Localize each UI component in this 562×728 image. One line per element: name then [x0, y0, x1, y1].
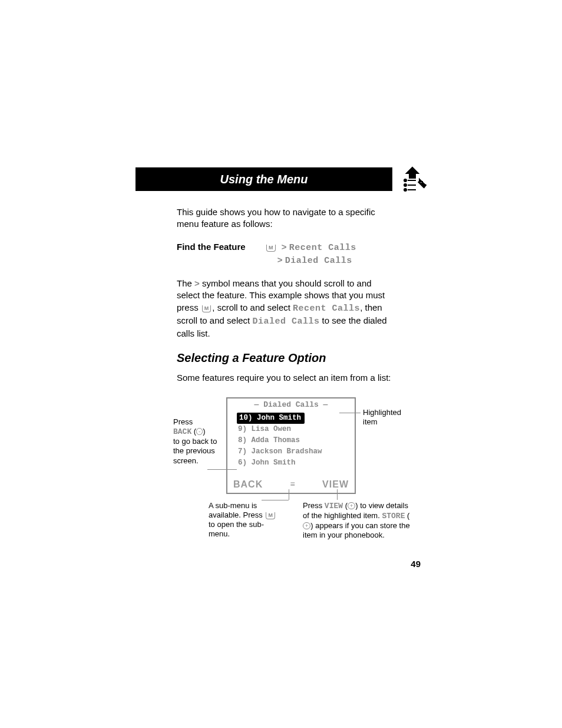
- explain-paragraph: The > symbol means that you should scrol…: [177, 278, 395, 340]
- callout-store-text: appears if you can store the item in you…: [303, 521, 410, 539]
- gt-symbol-2: >: [277, 255, 283, 265]
- svg-point-2: [404, 184, 406, 186]
- page-number: 49: [411, 559, 421, 569]
- softkey-left-icon: -: [196, 428, 203, 435]
- recent-calls-text-2: Recent Calls: [293, 304, 360, 314]
- find-feature-row: Find the Feature M > Recent Calls > Dial…: [177, 241, 395, 268]
- callout-submenu-2: to open the sub-menu.: [209, 520, 264, 538]
- callout-line: [207, 469, 237, 470]
- callout-submenu-1: A sub-menu is available. Press: [209, 501, 265, 519]
- list-item: 9) Lisa Owen: [237, 424, 350, 435]
- phone-screen: — Dialed Calls — 10) John Smith 9) Lisa …: [226, 397, 356, 494]
- screen-title-text: Dialed Calls: [263, 400, 319, 409]
- callout-line: [262, 500, 289, 500]
- callout-line: [289, 489, 289, 500]
- softkey-back: BACK: [233, 478, 263, 491]
- dialed-calls-text-2: Dialed Calls: [252, 317, 319, 327]
- callout-back-label: BACK: [173, 427, 191, 436]
- callout-back-press: Press: [173, 417, 193, 426]
- recent-calls-text: Recent Calls: [289, 243, 356, 253]
- some-features-text: Some features require you to select an i…: [177, 372, 395, 384]
- svg-point-4: [404, 189, 406, 191]
- list-item: 10) John Smith: [237, 413, 305, 424]
- screen-list: 10) John Smith 9) Lisa Owen 8) Adda Thom…: [237, 412, 350, 468]
- callout-back: Press BACK (-) to go back to the previou…: [173, 417, 224, 466]
- menu-key-icon: M: [266, 245, 276, 252]
- list-item: 8) Adda Thomas: [237, 435, 350, 446]
- callout-view-press: Press: [303, 501, 325, 510]
- menu-key-icon-2: M: [202, 305, 211, 312]
- navigate-icon: [398, 165, 427, 193]
- menu-key-icon-3: M: [266, 512, 275, 519]
- softkey-view: VIEW: [322, 478, 349, 491]
- softkey-right-icon: +: [348, 502, 355, 509]
- svg-point-0: [404, 179, 406, 182]
- intro-text: This guide shows you how to navigate to …: [177, 206, 395, 230]
- callout-store-label: STORE: [382, 512, 405, 521]
- find-feature-label: Find the Feature: [177, 241, 265, 268]
- explain-fragment-1: The: [177, 278, 194, 288]
- explain-fragment-3: , scroll to and select: [212, 302, 293, 312]
- callout-line: [339, 413, 361, 413]
- callout-view-label: VIEW: [325, 502, 343, 510]
- dialed-calls-text: Dialed Calls: [285, 256, 352, 266]
- screen-diagram: — Dialed Calls — 10) John Smith 9) Lisa …: [173, 395, 404, 546]
- softkey-menu-icon: ≡: [290, 479, 295, 490]
- section-heading: Selecting a Feature Option: [177, 350, 395, 366]
- gt-symbol: >: [282, 242, 287, 252]
- softkey-row: BACK ≡ VIEW: [227, 478, 355, 491]
- chapter-title-bar: Using the Menu: [135, 165, 427, 193]
- find-feature-body: M > Recent Calls > Dialed Calls: [265, 241, 395, 268]
- callout-back-text: to go back to the previous screen.: [173, 437, 217, 465]
- callout-view: Press VIEW (+) to view details of the hi…: [303, 501, 415, 541]
- chapter-title: Using the Menu: [220, 173, 308, 186]
- screen-title: — Dialed Calls —: [227, 400, 355, 410]
- title-black-box: Using the Menu: [135, 167, 392, 191]
- callout-submenu: A sub-menu is available. Press M to open…: [209, 501, 284, 539]
- callout-line: [337, 489, 338, 500]
- list-item: 6) John Smith: [237, 457, 350, 469]
- softkey-right-icon-2: +: [303, 522, 310, 529]
- callout-highlight: Highlighted item: [363, 408, 410, 427]
- gt-symbol-3: >: [194, 278, 200, 288]
- list-item: 7) Jackson Bradshaw: [237, 446, 350, 457]
